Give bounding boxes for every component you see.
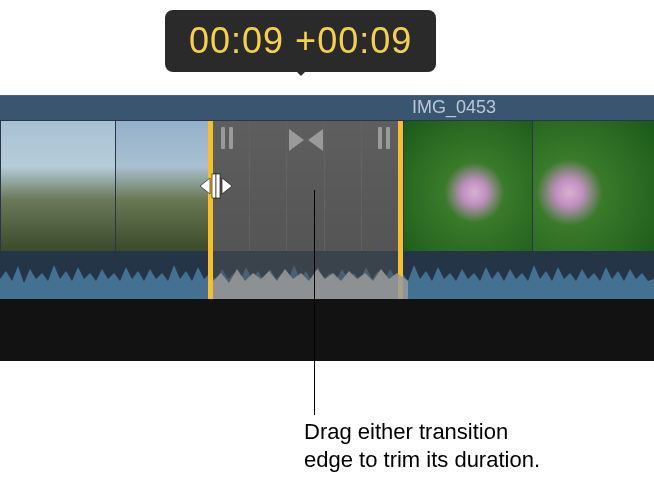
transition-clip[interactable] [208,121,403,251]
bowtie-icon [289,129,323,151]
svg-rect-1 [216,174,220,198]
audio-transition-region[interactable] [208,251,403,299]
clip-thumbnail[interactable] [115,121,208,251]
svg-rect-0 [212,174,216,198]
audio-waveform-row[interactable] [0,251,654,299]
clip-thumbnail[interactable] [0,121,115,251]
clip-name-label: IMG_0453 [412,97,496,118]
callout-leader-line [314,190,315,415]
tooltip-time: 00:09 [189,20,284,61]
tooltip-delta: +00:09 [295,20,412,61]
transition-trim-handle-right[interactable] [375,126,393,150]
transition-trim-handle-left[interactable] [218,126,236,150]
clip-thumbnail[interactable] [403,121,533,251]
clip-thumbnail[interactable] [532,121,654,251]
clip-header-bar [0,95,654,121]
timeline-track-background [0,299,654,315]
trim-edge-cursor-icon [198,172,234,200]
callout-text: Drag either transition edge to trim its … [304,418,540,473]
callout-line-1: Drag either transition [304,418,540,446]
timeline[interactable]: IMG_0453 [0,95,654,315]
callout-line-2: edge to trim its duration. [304,446,540,474]
timeline-empty-area [0,315,654,361]
duration-tooltip: 00:09 +00:09 [165,10,436,72]
